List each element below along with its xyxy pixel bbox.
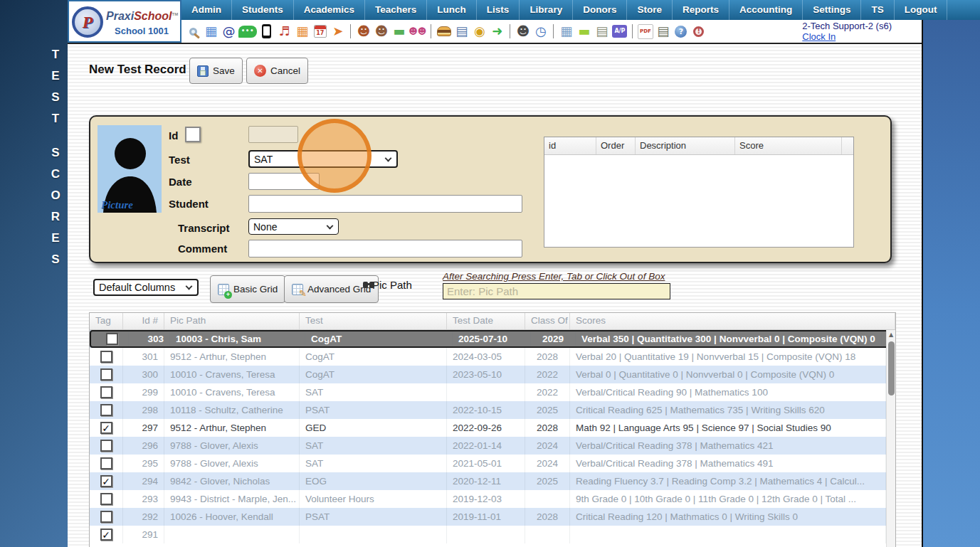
student-picture-placeholder[interactable]: Picture (98, 125, 162, 213)
add-person-icon[interactable]: ☻ (355, 21, 372, 41)
date-input[interactable] (248, 173, 320, 190)
nav-item-accounting[interactable]: Accounting (729, 0, 803, 20)
nav-item-lunch[interactable]: Lunch (427, 0, 477, 20)
speaker-icon[interactable]: ♬ (276, 21, 293, 41)
score-grid-column-header[interactable]: Description (636, 137, 735, 154)
table-column-header[interactable]: Test Date (447, 313, 525, 329)
nav-item-reports[interactable]: Reports (673, 0, 729, 20)
score-grid-column-header[interactable] (842, 137, 853, 154)
table-row[interactable]: 29910010 - Cravens, TeresaSAT2022Verbal/… (90, 383, 886, 401)
nav-item-store[interactable]: Store (627, 0, 673, 20)
alert-icon[interactable]: ! (690, 21, 707, 41)
scroll-up-arrow-icon[interactable]: ▲ (887, 331, 895, 338)
score-grid-column-header[interactable]: Score (735, 137, 842, 154)
scrollbar-thumb[interactable] (888, 341, 895, 395)
row-id: 300 (123, 366, 164, 383)
money-icon[interactable]: ▬ (391, 21, 407, 41)
table-row[interactable]: 29810118 - Schultz, CatherinePSAT2022-10… (90, 401, 886, 419)
transcript-select[interactable]: None (248, 218, 339, 235)
tag-checkbox[interactable]: ✓ (100, 475, 112, 487)
clock-in-link[interactable]: Clock In (802, 32, 836, 42)
table-column-header[interactable]: Test (300, 313, 447, 329)
table-row[interactable]: 2959788 - Glover, AlexisSAT2021-05-01202… (90, 455, 886, 472)
comment-input[interactable] (248, 240, 522, 257)
table-row[interactable]: 30310003 - Chris, SamCogAT2025-07-102029… (90, 330, 896, 348)
tag-checkbox[interactable] (100, 493, 112, 505)
tag-checkbox[interactable] (100, 351, 112, 363)
table-row[interactable]: 3019512 - Arthur, StephenCogAT2024-03-05… (90, 348, 886, 366)
save-button[interactable]: Save (189, 58, 243, 84)
staff-icon[interactable]: ☻ (515, 21, 531, 41)
table-row[interactable]: 30010010 - Cravens, TeresaCogAT2023-05-1… (90, 366, 886, 383)
toolbar-separator (632, 24, 633, 38)
pic-path-input[interactable] (443, 283, 670, 299)
nav-item-library[interactable]: Library (520, 0, 573, 20)
vertical-scrollbar[interactable]: ▲ (886, 330, 895, 547)
row-test-date: 2020-12-11 (447, 472, 525, 490)
help-icon[interactable]: ? (673, 21, 689, 41)
schedule-grid-icon[interactable]: ▦ (294, 21, 310, 41)
nav-item-teachers[interactable]: Teachers (365, 0, 427, 20)
table-row[interactable]: 2969788 - Glover, AlexisSAT2022-01-14202… (90, 437, 886, 455)
library-icon[interactable]: ▤ (453, 21, 470, 41)
alarm-clock-icon[interactable]: ◷ (532, 21, 549, 41)
ledger-icon[interactable]: ▦ (558, 21, 574, 41)
nav-item-students[interactable]: Students (232, 0, 294, 20)
row-class-of: 2028 (525, 348, 570, 366)
table-column-header[interactable]: Pic Path (164, 313, 300, 329)
table-row[interactable]: 2939943 - District - Marple, Jen...Volun… (90, 490, 886, 508)
email-icon[interactable]: @ (221, 21, 237, 41)
table-row[interactable]: ✓291 (90, 526, 886, 543)
nav-item-ts[interactable]: TS (861, 0, 894, 20)
ap-badge-icon[interactable]: A/P (611, 21, 628, 41)
photo-grid-icon[interactable]: ▦ (203, 21, 219, 41)
test-select[interactable]: SAT (248, 150, 398, 168)
tag-checkbox[interactable] (100, 404, 112, 416)
score-grid-column-header[interactable]: id (544, 137, 596, 154)
print-card-icon[interactable]: ▤ (594, 21, 610, 41)
table-column-header[interactable]: Tag (90, 313, 123, 329)
table-column-header[interactable]: Scores (570, 313, 895, 329)
search-icon[interactable] (185, 21, 201, 41)
lunch-icon[interactable] (436, 21, 452, 41)
row-id: 292 (123, 508, 164, 526)
nav-item-settings[interactable]: Settings (803, 0, 861, 20)
phone-icon[interactable] (258, 21, 275, 41)
bell-icon[interactable]: ◉ (471, 21, 488, 41)
pdf-icon[interactable]: PDF (637, 21, 653, 41)
table-row[interactable]: ✓2949842 - Glover, NicholasEOG2020-12-11… (90, 472, 886, 490)
export-icon[interactable]: ➜ (489, 21, 505, 41)
tag-checkbox[interactable] (100, 511, 112, 523)
student-input[interactable] (248, 195, 522, 213)
family-icon[interactable]: ☻☻ (409, 21, 426, 41)
table-column-header[interactable]: Class Of (525, 313, 570, 329)
tag-checkbox[interactable]: ✓ (100, 529, 112, 541)
row-test: EOG (300, 472, 447, 490)
nav-item-academics[interactable]: Academics (294, 0, 365, 20)
nav-item-logout[interactable]: Logout (895, 0, 948, 20)
basic-grid-button[interactable]: Basic Grid (210, 275, 285, 303)
table-row[interactable]: ✓2979512 - Arthur, StephenGED2022-09-262… (90, 419, 886, 437)
megaphone-icon[interactable]: ➤ (330, 21, 346, 41)
save-icon (197, 65, 209, 77)
payment-card-icon[interactable]: ▬ (576, 21, 592, 41)
score-grid-column-header[interactable]: Order (596, 137, 636, 154)
id-checkbox[interactable] (185, 127, 201, 142)
cancel-button[interactable]: ✕ Cancel (246, 58, 308, 84)
tag-checkbox[interactable] (100, 368, 112, 381)
nav-item-donors[interactable]: Donors (573, 0, 627, 20)
nav-item-admin[interactable]: Admin (181, 0, 232, 20)
chat-icon[interactable]: ••• (238, 21, 257, 41)
calendar-icon[interactable]: 17 (312, 21, 328, 41)
tag-checkbox[interactable]: ✓ (100, 422, 112, 434)
tag-checkbox[interactable] (106, 333, 118, 345)
columns-select[interactable]: Default Columns (93, 279, 199, 296)
person-icon[interactable]: ☻ (373, 21, 389, 41)
tag-checkbox[interactable] (100, 457, 112, 469)
table-column-header[interactable]: Id # (123, 313, 164, 329)
tag-checkbox[interactable] (100, 386, 112, 398)
table-row[interactable]: 29210026 - Hoover, KendallPSAT2019-11-01… (90, 508, 886, 526)
nav-item-lists[interactable]: Lists (477, 0, 520, 20)
register-icon[interactable]: ▤ (655, 21, 671, 41)
tag-checkbox[interactable] (100, 440, 112, 452)
